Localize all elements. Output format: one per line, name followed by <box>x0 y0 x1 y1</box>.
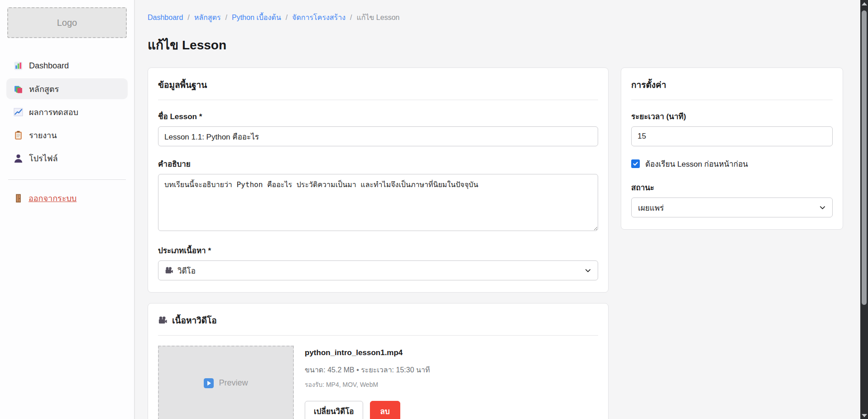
results-graph-icon <box>14 107 23 117</box>
status-field-group: สถานะ เผยแพร่ <box>631 181 833 217</box>
page-scrollbar[interactable] <box>860 0 868 419</box>
logout-link[interactable]: ออกจากระบบ <box>6 192 128 205</box>
video-meta: ขนาด: 45.2 MB • ระยะเวลา: 15:30 นาที <box>305 364 430 376</box>
sidebar-item-courses[interactable]: หลักสูตร <box>6 78 128 99</box>
play-icon <box>204 378 214 388</box>
sidebar-item-profile[interactable]: โปรไฟล์ <box>6 148 128 169</box>
duration-field-group: ระยะเวลา (นาที) <box>631 110 833 146</box>
breadcrumb-course-python[interactable]: Python เบื้องต้น <box>232 12 281 23</box>
card-divider <box>158 335 598 336</box>
breadcrumb-current: แก้ไข Lesson <box>356 12 399 23</box>
prerequisite-checkbox-row[interactable]: ต้องเรียน Lesson ก่อนหน้าก่อน <box>631 158 833 170</box>
content-columns: ข้อมูลพื้นฐาน ชื่อ Lesson * คำอธิบาย บทเ… <box>148 67 844 419</box>
status-value: เผยแพร่ <box>638 202 664 214</box>
video-formats: รองรับ: MP4, MOV, WebM <box>305 380 430 390</box>
courses-books-icon <box>14 84 23 94</box>
video-content-card: เนื้อหาวิดีโอ Preview python_intro_lesso… <box>148 303 609 419</box>
card-divider <box>631 100 833 100</box>
sidebar-item-test-results[interactable]: ผลการทดสอบ <box>6 101 128 122</box>
sidebar-item-label: หลักสูตร <box>29 82 59 96</box>
chevron-down-icon <box>585 267 591 274</box>
description-textarea[interactable]: บทเรียนนี้จะอธิบายว่า Python คืออะไร ประ… <box>158 174 598 231</box>
sidebar-item-label: รายงาน <box>29 129 57 142</box>
lesson-name-input[interactable] <box>158 126 598 146</box>
breadcrumb-courses[interactable]: หลักสูตร <box>194 12 221 23</box>
card-divider <box>158 100 598 100</box>
left-column: ข้อมูลพื้นฐาน ชื่อ Lesson * คำอธิบาย บทเ… <box>148 67 609 419</box>
breadcrumb: Dashboard / หลักสูตร / Python เบื้องต้น … <box>148 12 844 23</box>
sidebar-nav: Dashboard หลักสูตร ผลการทดสอบ รายงาน โปร <box>6 55 128 169</box>
settings-header: การตั้งค่า <box>631 78 833 92</box>
sidebar-item-reports[interactable]: รายงาน <box>6 125 128 145</box>
status-label: สถานะ <box>631 181 833 193</box>
change-video-button[interactable]: เปลี่ยนวิดีโอ <box>305 401 363 419</box>
sidebar-item-label: โปรไฟล์ <box>29 152 58 165</box>
content-type-select[interactable]: วิดีโอ <box>158 260 598 280</box>
video-buttons: เปลี่ยนวิดีโอ ลบ <box>305 401 430 419</box>
video-info: python_intro_lesson1.mp4 ขนาด: 45.2 MB •… <box>305 346 430 419</box>
lesson-name-field-group: ชื่อ Lesson * <box>158 110 598 146</box>
right-column: การตั้งค่า ระยะเวลา (นาที) ต้องเรียน Les… <box>621 67 843 240</box>
prerequisite-label: ต้องเรียน Lesson ก่อนหน้าก่อน <box>645 158 748 170</box>
duration-input[interactable] <box>631 126 833 146</box>
video-content-header-text: เนื้อหาวิดีโอ <box>172 313 217 327</box>
profile-user-icon <box>14 154 23 163</box>
video-filename: python_intro_lesson1.mp4 <box>305 348 430 357</box>
sidebar-item-label: ผลการทดสอบ <box>29 106 78 119</box>
sidebar-divider <box>8 179 126 180</box>
page-title: แก้ไข Lesson <box>148 35 844 55</box>
content-type-field-group: ประเภทเนื้อหา * วิดีโอ <box>158 244 598 280</box>
logout-door-icon <box>14 193 23 203</box>
duration-label: ระยะเวลา (นาที) <box>631 110 833 122</box>
logo-placeholder: Logo <box>7 7 127 38</box>
video-preview-label: Preview <box>219 378 248 388</box>
reports-clipboard-icon <box>14 130 23 140</box>
breadcrumb-separator: / <box>225 14 227 22</box>
basic-info-header: ข้อมูลพื้นฐาน <box>158 78 598 92</box>
logout-label: ออกจากระบบ <box>29 192 77 205</box>
description-label: คำอธิบาย <box>158 158 598 170</box>
chevron-down-icon <box>819 204 826 211</box>
sidebar-item-dashboard[interactable]: Dashboard <box>6 55 128 76</box>
breadcrumb-structure[interactable]: จัดการโครงสร้าง <box>292 12 345 23</box>
breadcrumb-separator: / <box>350 14 352 22</box>
lesson-name-label: ชื่อ Lesson * <box>158 110 598 122</box>
sidebar: Logo Dashboard หลักสูตร ผลการทดสอบ รายง <box>0 0 135 419</box>
delete-video-button[interactable]: ลบ <box>370 401 400 419</box>
settings-card: การตั้งค่า ระยะเวลา (นาที) ต้องเรียน Les… <box>621 67 843 230</box>
content-type-label: ประเภทเนื้อหา * <box>158 244 598 256</box>
sidebar-item-label: Dashboard <box>29 61 69 71</box>
scrollbar-up-arrow[interactable] <box>860 0 868 7</box>
main-content: Dashboard / หลักสูตร / Python เบื้องต้น … <box>135 0 860 419</box>
scrollbar-down-arrow[interactable] <box>860 412 868 419</box>
dashboard-chart-icon <box>14 61 23 71</box>
video-preview[interactable]: Preview <box>158 346 294 419</box>
prerequisite-checkbox[interactable] <box>631 159 640 168</box>
logo-text: Logo <box>57 18 77 28</box>
status-select[interactable]: เผยแพร่ <box>631 197 833 217</box>
breadcrumb-separator: / <box>187 14 189 22</box>
scrollbar-thumb[interactable] <box>862 10 867 305</box>
breadcrumb-separator: / <box>286 14 288 22</box>
video-camera-icon <box>165 266 173 275</box>
video-content-header: เนื้อหาวิดีโอ <box>158 313 598 327</box>
description-field-group: คำอธิบาย บทเรียนนี้จะอธิบายว่า Python คื… <box>158 158 598 233</box>
video-row: Preview python_intro_lesson1.mp4 ขนาด: 4… <box>158 346 598 419</box>
basic-info-card: ข้อมูลพื้นฐาน ชื่อ Lesson * คำอธิบาย บทเ… <box>148 67 609 293</box>
breadcrumb-dashboard[interactable]: Dashboard <box>148 14 183 22</box>
video-camera-icon <box>158 316 168 325</box>
content-type-value: วิดีโอ <box>177 265 196 277</box>
